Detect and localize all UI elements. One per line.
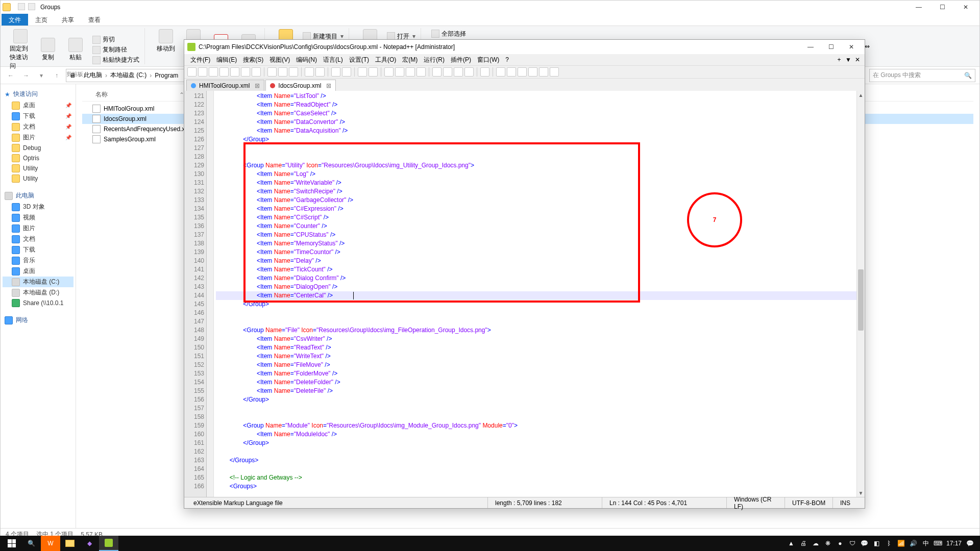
code-line[interactable]: <Item Name="FolderMove" /> — [216, 369, 865, 378]
code-line[interactable]: <Item Name="ModuleIdoc" /> — [216, 430, 865, 439]
cut-button[interactable]: 剪切 — [92, 35, 139, 44]
scroll-thumb[interactable] — [858, 269, 864, 331]
sidebar-quick-access[interactable]: ★快速访问 — [3, 88, 74, 100]
toolbar-cut-icon[interactable] — [267, 67, 277, 77]
sidebar-item[interactable]: Debug — [3, 143, 74, 153]
menu-item[interactable]: ? — [502, 55, 512, 64]
sidebar-item[interactable]: Utility — [3, 163, 74, 173]
tray-ime-mode-icon[interactable]: ⌨ — [934, 539, 942, 547]
npp-maximize-button[interactable]: ☐ — [821, 40, 841, 54]
nav-recent-button[interactable]: ▾ — [35, 69, 47, 82]
code-line[interactable]: <Group Name="Utility" Icon="Resources\Gr… — [216, 161, 865, 170]
menu-chevron-icon[interactable]: ▼ — [844, 56, 852, 64]
toolbar-print-icon[interactable] — [252, 67, 261, 77]
code-line[interactable]: <Item Name="TickCount" /> — [216, 265, 865, 274]
tray-ime-icon[interactable]: 中 — [922, 539, 930, 547]
toolbar-find-icon[interactable] — [331, 67, 340, 77]
sidebar-item[interactable]: 下载📌 — [3, 111, 74, 121]
ribbon-tab-file[interactable]: 文件 — [2, 14, 28, 26]
toolbar-sync-icon[interactable] — [384, 67, 394, 77]
code-line[interactable]: <Group Name="File" Icon="Resources\Group… — [216, 326, 865, 335]
sidebar-item[interactable]: Optris — [3, 153, 74, 163]
qat-icon[interactable] — [18, 3, 25, 10]
tray-bluetooth-icon[interactable]: ᛒ — [885, 539, 893, 547]
qat-icon[interactable] — [28, 3, 35, 10]
toolbar-paste-icon[interactable] — [289, 67, 298, 77]
code-line[interactable]: <Item Name="Delay" /> — [216, 257, 865, 265]
tray-wechat-icon[interactable]: 💬 — [861, 539, 869, 547]
sidebar-this-pc[interactable]: 此电脑 — [3, 190, 74, 202]
toolbar-docmap-icon[interactable] — [480, 67, 489, 77]
tray-printer-icon[interactable]: 🖨 — [799, 539, 807, 547]
tray-security-icon[interactable]: 🛡 — [848, 539, 856, 547]
sidebar-item[interactable]: 3D 对象 — [3, 202, 74, 212]
paste-button[interactable]: 粘贴 — [65, 38, 86, 62]
explorer-sidebar[interactable]: ★快速访问 桌面📌下载📌文档📌图片📌DebugOptrisUtilityUtil… — [1, 84, 76, 528]
tab-close-icon[interactable]: ⊠ — [326, 82, 331, 89]
editor[interactable]: 1211221231241251261271281291301311321331… — [184, 91, 865, 497]
menu-item[interactable]: 运行(R) — [421, 55, 448, 64]
menu-item[interactable]: 宏(M) — [399, 55, 421, 64]
move-to-button[interactable]: 移动到 — [155, 29, 177, 53]
tray-sync-icon[interactable]: ❋ — [824, 539, 832, 547]
code-line[interactable]: <Item Name="Counter" /> — [216, 222, 865, 231]
sidebar-network[interactable]: 网络 — [3, 314, 74, 326]
sidebar-item[interactable]: 音乐 — [3, 255, 74, 266]
code-line[interactable]: </Groups> — [216, 456, 865, 465]
toolbar-zoomout-icon[interactable] — [369, 67, 378, 77]
breadcrumb-segment[interactable]: 本地磁盘 (C:) — [110, 71, 146, 80]
code-line[interactable] — [216, 317, 865, 326]
code-line[interactable]: <Item Name="SwitchRecipe" /> — [216, 187, 865, 196]
toolbar-playmulti-icon[interactable] — [539, 67, 548, 77]
code-line[interactable]: <Item Name="GarbageCollector" /> — [216, 196, 865, 205]
nav-forward-button[interactable]: → — [20, 69, 32, 82]
code-line[interactable]: <Item Name="CaseSelect" /> — [216, 109, 865, 118]
toolbar-hidelines-icon[interactable] — [454, 67, 463, 77]
tray-clock[interactable]: 17:17 — [946, 540, 962, 547]
tray-volume-icon[interactable]: 🔊 — [910, 539, 918, 547]
toolbar-zoomin-icon[interactable] — [358, 67, 367, 77]
code-line[interactable]: <Item Name="ReadObject" /> — [216, 101, 865, 109]
toolbar-saverecord-icon[interactable] — [550, 67, 559, 77]
code-line[interactable]: <Item Name="Dialog Confirm" /> — [216, 274, 865, 283]
select-all-button[interactable]: 全部选择 — [431, 29, 466, 38]
menu-item[interactable]: 语言(L) — [320, 55, 346, 64]
toolbar-undo-icon[interactable] — [305, 67, 314, 77]
menu-item[interactable]: 视图(V) — [266, 55, 293, 64]
ribbon-tab-view[interactable]: 查看 — [81, 14, 108, 26]
maximize-button[interactable]: ☐ — [930, 1, 954, 14]
code-line[interactable]: </Group> — [216, 395, 865, 404]
taskbar-search-button[interactable]: 🔍 — [21, 536, 41, 551]
code-line[interactable]: </Group> — [216, 135, 865, 144]
tray-notifications-icon[interactable]: 💬 — [966, 539, 974, 547]
paste-shortcut-button[interactable]: 粘贴快捷方式 — [92, 56, 139, 65]
sidebar-item[interactable]: 图片 — [3, 223, 74, 234]
toolbar-saveall-icon[interactable] — [219, 67, 229, 77]
code-line[interactable]: <Item Name="ListTool" /> — [216, 92, 865, 101]
toolbar-fold-icon[interactable] — [432, 67, 442, 77]
toolbar-unfold-icon[interactable] — [443, 67, 452, 77]
toolbar-funclist-icon[interactable] — [464, 67, 474, 77]
tray-wifi-icon[interactable]: 📶 — [897, 539, 905, 547]
sidebar-item[interactable]: Utility — [3, 173, 74, 184]
nav-up-button[interactable]: ↑ — [51, 69, 63, 82]
sidebar-item[interactable]: 本地磁盘 (D:) — [3, 287, 74, 298]
sidebar-item[interactable]: 下载 — [3, 244, 74, 255]
menu-item[interactable]: 编码(N) — [293, 55, 320, 64]
toolbar-open-icon[interactable] — [198, 67, 207, 77]
code-line[interactable]: <Item Name="DataConvertor" /> — [216, 118, 865, 127]
nav-back-button[interactable]: ← — [5, 69, 17, 82]
code-line[interactable] — [216, 413, 865, 421]
code-line[interactable]: <Item Name="WriteText" /> — [216, 352, 865, 361]
breadcrumb-segment[interactable]: Program — [155, 72, 178, 79]
taskbar-vs-button[interactable]: ◆ — [80, 536, 99, 551]
toolbar-replace-icon[interactable] — [342, 67, 351, 77]
sidebar-item[interactable]: Share (\\10.0.1 — [3, 298, 74, 308]
menu-item[interactable]: 搜索(S) — [240, 55, 266, 64]
toolbar-wrap-icon[interactable] — [395, 67, 404, 77]
code-line[interactable]: <Item Name="CenterCal" /> — [216, 291, 865, 300]
ribbon-tab-share[interactable]: 共享 — [55, 14, 81, 26]
sidebar-item[interactable]: 桌面📌 — [3, 100, 74, 111]
code-line[interactable]: </Group> — [216, 439, 865, 447]
menu-item[interactable]: 文件(F) — [187, 55, 213, 64]
